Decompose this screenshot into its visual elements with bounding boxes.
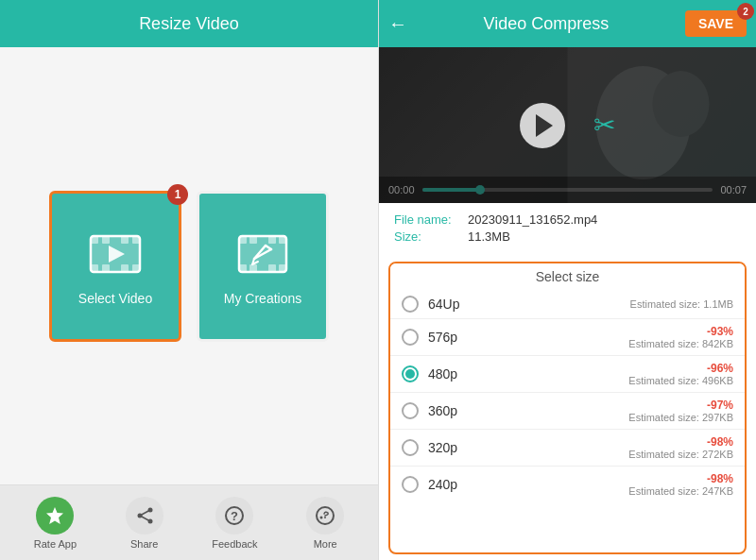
size-option-240p[interactable]: 240p-98%Estimated size: 247KB — [390, 467, 745, 502]
right-panel: ← Video Compress SAVE 2 ✂ 00:00 — [378, 0, 756, 560]
size-label-320p: 320p — [428, 440, 628, 455]
size-right-320p: -98%Estimated size: 272KB — [628, 435, 733, 460]
svg-rect-19 — [268, 264, 276, 272]
svg-rect-16 — [279, 236, 286, 244]
video-preview: ✂ 00:00 00:07 — [379, 47, 756, 203]
svg-rect-2 — [91, 236, 98, 244]
file-name-val: 20230911_131652.mp4 — [468, 212, 597, 227]
size-right-480p: -96%Estimated size: 496KB — [628, 362, 733, 386]
left-header: Resize Video — [0, 0, 378, 47]
size-option-64up[interactable]: 64UpEstimated size: 1.1MB — [390, 290, 745, 319]
play-button[interactable] — [520, 103, 565, 148]
right-header-title: Video Compress — [417, 14, 676, 34]
step-badge-1: 1 — [167, 184, 188, 205]
more-label: More — [314, 538, 337, 550]
svg-rect-13 — [239, 236, 247, 244]
size-label-64up: 64Up — [428, 297, 630, 312]
share-label: Share — [130, 538, 158, 550]
footer-share[interactable]: Share — [126, 497, 163, 550]
share-icon — [126, 497, 163, 535]
size-label-240p: 240p — [428, 477, 628, 492]
size-est-320p: Estimated size: 272KB — [628, 449, 733, 460]
save-button[interactable]: SAVE 2 — [685, 10, 747, 37]
select-size-header: Select size — [390, 263, 745, 290]
rate-app-icon — [36, 497, 74, 535]
file-name-row: File name: 20230911_131652.mp4 — [394, 212, 741, 227]
size-label-480p: 480p — [428, 366, 628, 382]
select-video-card[interactable]: 1 Select Video — [49, 191, 181, 342]
size-percent-576p: -93% — [628, 325, 733, 338]
size-est-480p: Estimated size: 496KB — [628, 375, 733, 386]
svg-rect-3 — [102, 236, 110, 244]
size-option-360p[interactable]: 360p-97%Estimated size: 297KB — [390, 393, 745, 430]
size-percent-480p: -96% — [628, 362, 733, 375]
svg-rect-4 — [121, 236, 129, 244]
size-est-360p: Estimated size: 297KB — [628, 412, 733, 423]
svg-rect-5 — [132, 236, 140, 244]
back-button[interactable]: ← — [388, 13, 407, 35]
left-header-title: Resize Video — [139, 14, 239, 34]
left-content: 1 Select Video — [0, 47, 378, 484]
size-est-240p: Estimated size: 247KB — [628, 485, 733, 497]
my-creations-icon — [230, 227, 296, 283]
file-name-key: File name: — [394, 212, 460, 227]
size-est-576p: Estimated size: 842KB — [628, 338, 733, 349]
svg-rect-14 — [249, 236, 257, 244]
radio-480p — [402, 365, 419, 382]
footer-rate-app[interactable]: Rate App — [34, 497, 77, 550]
size-right-64up: Estimated size: 1.1MB — [630, 298, 733, 310]
size-right-360p: -97%Estimated size: 297KB — [628, 399, 733, 423]
size-percent-320p: -98% — [628, 435, 733, 449]
file-size-key: Size: — [394, 229, 460, 244]
svg-point-36 — [324, 517, 326, 518]
svg-rect-20 — [279, 264, 286, 272]
select-size-container: Select size 64UpEstimated size: 1.1MB576… — [388, 262, 747, 554]
svg-rect-6 — [91, 264, 98, 272]
play-icon — [536, 114, 553, 137]
svg-rect-7 — [102, 264, 110, 272]
file-info: File name: 20230911_131652.mp4 Size: 11.… — [379, 203, 756, 256]
file-size-val: 11.3MB — [468, 229, 510, 244]
size-right-240p: -98%Estimated size: 247KB — [628, 472, 733, 497]
svg-rect-17 — [239, 264, 247, 272]
size-option-320p[interactable]: 320p-98%Estimated size: 272KB — [390, 430, 745, 467]
right-header: ← Video Compress SAVE 2 — [379, 0, 756, 47]
size-option-480p[interactable]: 480p-96%Estimated size: 496KB — [390, 356, 745, 393]
video-controls: ✂ — [520, 103, 615, 148]
svg-point-40 — [653, 71, 710, 137]
footer-feedback[interactable]: ? Feedback — [212, 497, 257, 550]
svg-rect-9 — [132, 264, 140, 272]
scissors-icon[interactable]: ✂ — [593, 110, 615, 141]
file-size-row: Size: 11.3MB — [394, 229, 741, 244]
my-creations-label: My Creations — [224, 291, 301, 306]
select-video-icon — [82, 227, 148, 283]
rate-app-label: Rate App — [34, 538, 77, 550]
left-footer: Rate App Share ? — [0, 484, 378, 560]
feedback-icon: ? — [215, 497, 253, 535]
radio-576p — [402, 329, 419, 346]
svg-line-31 — [140, 516, 150, 521]
more-icon — [306, 497, 344, 535]
radio-320p — [402, 439, 419, 456]
save-badge: 2 — [737, 3, 754, 20]
feedback-label: Feedback — [212, 538, 257, 550]
svg-point-35 — [320, 516, 323, 518]
radio-64up — [402, 296, 419, 313]
radio-360p — [402, 402, 419, 419]
left-panel: Resize Video 1 Sel — [0, 0, 378, 560]
size-option-576p[interactable]: 576p-93%Estimated size: 842KB — [390, 319, 745, 356]
size-right-576p: -93%Estimated size: 842KB — [628, 325, 733, 349]
size-label-576p: 576p — [428, 330, 628, 345]
svg-rect-8 — [121, 264, 129, 272]
select-video-label: Select Video — [78, 291, 152, 306]
my-creations-card[interactable]: My Creations — [197, 191, 329, 342]
footer-more[interactable]: More — [306, 497, 344, 550]
svg-marker-26 — [46, 507, 63, 524]
svg-text:?: ? — [231, 509, 238, 523]
svg-rect-18 — [249, 264, 257, 272]
radio-240p — [402, 476, 419, 493]
size-label-360p: 360p — [428, 403, 628, 418]
size-percent-360p: -97% — [628, 399, 733, 412]
size-percent-240p: -98% — [628, 472, 733, 485]
svg-rect-15 — [268, 236, 276, 244]
